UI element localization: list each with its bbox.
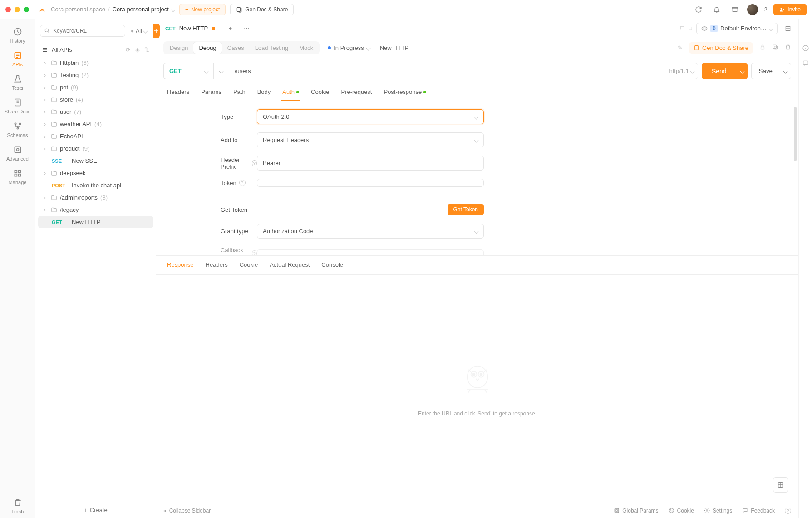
breadcrumb-workspace[interactable]: Cora personal space xyxy=(51,6,105,13)
resp-tab-cookie[interactable]: Cookie xyxy=(239,256,259,274)
rail-tests[interactable]: Tests xyxy=(4,71,31,94)
req-tab-auth[interactable]: Auth xyxy=(281,84,300,101)
rail-apis[interactable]: APIs xyxy=(4,47,31,71)
maximize-window[interactable] xyxy=(24,7,29,12)
sidebar-header[interactable]: All APIs ⟳ ◈ ⇅ xyxy=(35,43,156,57)
resp-tab-console[interactable]: Console xyxy=(320,256,344,274)
tree-folder[interactable]: › /legacy xyxy=(38,204,153,216)
statusbar-help[interactable]: ? xyxy=(785,508,791,514)
statusbar-cookie[interactable]: Cookie xyxy=(669,508,694,514)
minimize-window[interactable] xyxy=(15,7,20,12)
req-tab-post-response[interactable]: Post-response xyxy=(383,84,427,101)
layout-toggle-icon[interactable] xyxy=(782,23,794,34)
rail-share-docs[interactable]: Share Docs xyxy=(4,94,31,118)
copy-icon[interactable] xyxy=(772,44,778,52)
search-input[interactable] xyxy=(53,28,121,34)
resp-tab-response[interactable]: Response xyxy=(166,256,195,274)
scrollbar-thumb[interactable] xyxy=(794,107,797,161)
new-tab-button[interactable]: + xyxy=(224,23,236,34)
statusbar-feedback[interactable]: Feedback xyxy=(742,508,775,514)
tree-folder[interactable]: › product (9) xyxy=(38,142,153,155)
bell-icon[interactable] xyxy=(711,4,723,15)
scrollbar[interactable] xyxy=(794,107,797,250)
environment-selector[interactable]: D Default Environ… xyxy=(696,23,778,34)
rail-advanced[interactable]: Advanced xyxy=(4,142,31,165)
chevron-down-icon[interactable] xyxy=(172,6,175,13)
tree-request[interactable]: SSE New SSE xyxy=(38,155,153,167)
header-prefix-input[interactable]: Bearer xyxy=(257,156,484,171)
chevron-left-icon[interactable] xyxy=(679,25,686,32)
tab-debug[interactable]: Debug xyxy=(193,42,221,54)
token-input[interactable] xyxy=(257,179,484,187)
request-name[interactable]: New HTTP xyxy=(380,44,409,51)
tree-request[interactable]: GET New HTTP xyxy=(38,216,153,228)
comment-icon[interactable] xyxy=(802,59,809,68)
callback-url-input[interactable] xyxy=(257,249,484,255)
rail-history[interactable]: History xyxy=(4,24,31,47)
locate-icon[interactable]: ◈ xyxy=(135,46,140,53)
rail-manage[interactable]: Manage xyxy=(4,165,31,189)
req-tab-headers[interactable]: Headers xyxy=(166,84,190,101)
magic-icon[interactable]: ✎ xyxy=(678,44,683,51)
tree-request[interactable]: POST Invoke the chat api xyxy=(38,179,153,191)
req-tab-params[interactable]: Params xyxy=(200,84,222,101)
tree-folder[interactable]: › EchoAPI xyxy=(38,130,153,142)
req-tab-cookie[interactable]: Cookie xyxy=(310,84,330,101)
req-tab-body[interactable]: Body xyxy=(256,84,272,101)
save-dropdown[interactable] xyxy=(780,63,791,79)
sync-icon[interactable] xyxy=(693,4,704,15)
tree-folder[interactable]: › /admin/reports (8) xyxy=(38,191,153,204)
url-prefix-dropdown[interactable] xyxy=(214,63,229,79)
document-tab[interactable]: GET New HTTP xyxy=(161,22,220,34)
auth-type-select[interactable]: OAuth 2.0 xyxy=(257,109,484,124)
help-icon[interactable]: ? xyxy=(252,160,257,166)
new-project-button[interactable]: + New project xyxy=(179,4,226,15)
chevron-right-icon[interactable] xyxy=(687,25,694,32)
tree-folder[interactable]: › Httpbin (6) xyxy=(38,57,153,69)
resp-tab-actual-request[interactable]: Actual Request xyxy=(269,256,310,274)
rail-schemas[interactable]: Schemas xyxy=(4,118,31,142)
invite-button[interactable]: Invite xyxy=(773,4,807,15)
gen-doc-chip[interactable]: Gen Doc & Share xyxy=(689,42,753,54)
tree-folder[interactable]: › pet (9) xyxy=(38,81,153,93)
tab-menu[interactable]: ⋯ xyxy=(241,23,252,34)
send-dropdown[interactable] xyxy=(737,63,748,79)
help-icon[interactable]: ? xyxy=(239,180,246,186)
tree-folder[interactable]: › deepseek xyxy=(38,167,153,179)
get-token-button[interactable]: Get Token xyxy=(448,204,484,215)
close-window[interactable] xyxy=(5,7,11,12)
send-button[interactable]: Send xyxy=(702,63,737,79)
method-selector[interactable]: GET xyxy=(163,63,213,79)
tab-cases[interactable]: Cases xyxy=(222,42,250,54)
tab-load-testing[interactable]: Load Testing xyxy=(250,42,294,54)
create-button[interactable]: + Create xyxy=(35,502,156,518)
global-params[interactable]: Global Params xyxy=(614,508,658,514)
search-input-wrap[interactable] xyxy=(40,25,125,37)
tree-folder[interactable]: › store (4) xyxy=(38,93,153,106)
add-to-select[interactable]: Request Headers xyxy=(257,132,484,147)
layout-float-button[interactable] xyxy=(773,477,788,493)
tab-mock[interactable]: Mock xyxy=(294,42,319,54)
statusbar-settings[interactable]: Settings xyxy=(704,508,732,514)
archive-icon[interactable] xyxy=(729,4,741,15)
protocol-selector[interactable]: http/1.1 xyxy=(666,68,698,74)
grant-type-select[interactable]: Authorization Code xyxy=(257,224,484,239)
url-input[interactable] xyxy=(229,63,666,79)
req-tab-pre-request[interactable]: Pre-request xyxy=(340,84,373,101)
breadcrumb-project[interactable]: Cora personal project xyxy=(113,6,169,13)
avatar[interactable] xyxy=(747,4,758,15)
info-icon[interactable] xyxy=(802,44,809,53)
req-tab-path[interactable]: Path xyxy=(232,84,246,101)
rail-trash[interactable]: Trash xyxy=(4,494,31,518)
status-selector[interactable]: In Progress xyxy=(328,44,369,51)
delete-icon[interactable] xyxy=(785,44,791,52)
help-icon[interactable]: ? xyxy=(252,250,257,255)
tree-folder[interactable]: › user (7) xyxy=(38,106,153,118)
refresh-icon[interactable]: ⟳ xyxy=(126,46,131,53)
save-button[interactable]: Save xyxy=(751,63,780,79)
gen-doc-button[interactable]: Gen Doc & Share xyxy=(230,4,294,15)
sort-icon[interactable]: ⇅ xyxy=(144,46,149,53)
tree-folder[interactable]: › Testing (2) xyxy=(38,69,153,81)
collapse-sidebar[interactable]: « Collapse Sidebar xyxy=(163,508,211,514)
lock-icon[interactable] xyxy=(759,44,766,52)
